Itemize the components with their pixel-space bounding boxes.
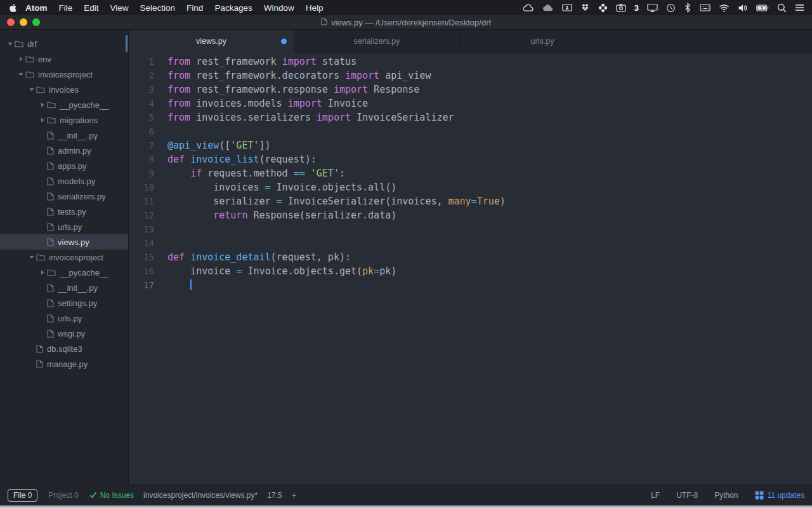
code-line[interactable]: from rest_framework.decorators import ap… [167, 69, 506, 83]
code-line[interactable]: @api_view(['GET']) [167, 138, 506, 152]
line-number[interactable]: 11 [129, 194, 154, 208]
code-area[interactable]: from rest_framework import statusfrom re… [167, 55, 506, 484]
volume-icon[interactable] [738, 4, 748, 12]
cloud-filled-icon[interactable] [542, 4, 554, 12]
tree-item-views.py[interactable]: views.py [0, 234, 128, 250]
line-ending-selector[interactable]: LF [651, 491, 660, 500]
tree-item-models.py[interactable]: models.py [0, 173, 128, 189]
line-number[interactable]: 13 [129, 222, 154, 236]
code-line[interactable]: from invoices.models import Invoice [167, 97, 506, 110]
tree-item-__init__.py[interactable]: __init__.py [0, 128, 128, 143]
window-title-bar[interactable]: views.py — /Users/derekjensen/Desktop/dr… [0, 15, 812, 30]
encoding-selector[interactable]: UTF-8 [676, 491, 698, 500]
code-line[interactable] [167, 278, 506, 292]
tab-serializers.py[interactable]: serializers.py [294, 30, 460, 53]
tree-item-invoicesproject[interactable]: invoicesproject [0, 250, 128, 265]
screen-sharing-icon[interactable] [562, 3, 572, 12]
code-line[interactable]: def invoice_list(request): [167, 152, 506, 166]
line-number-gutter[interactable]: 1234567891011121314151617 [129, 55, 167, 484]
cloud-outline-icon[interactable] [523, 4, 534, 12]
linter-status[interactable]: No Issues [89, 491, 134, 500]
menu-view[interactable]: View [105, 3, 134, 13]
pinwheel-icon[interactable] [598, 3, 608, 13]
line-number[interactable]: 4 [129, 97, 154, 110]
menu-selection[interactable]: Selection [134, 3, 181, 13]
code-line[interactable]: from invoices.serializers import Invoice… [167, 110, 506, 124]
text-editor[interactable]: 1234567891011121314151617 from rest_fram… [129, 53, 812, 484]
line-number[interactable]: 16 [129, 264, 154, 278]
line-number[interactable]: 17 [129, 278, 154, 292]
line-number[interactable]: 6 [129, 124, 154, 138]
line-number[interactable]: 7 [129, 138, 154, 152]
line-number[interactable]: 1 [129, 55, 154, 69]
tree-item-wsgi.py[interactable]: wsgi.py [0, 326, 128, 341]
code-line[interactable]: from rest_framework.response import Resp… [167, 83, 506, 97]
bluetooth-icon[interactable] [684, 3, 691, 13]
tree-item-tests.py[interactable]: tests.py [0, 204, 128, 219]
menu-packages[interactable]: Packages [209, 3, 258, 13]
code-line[interactable] [167, 236, 506, 250]
keyboard-icon[interactable] [700, 4, 710, 11]
tree-item-admin.py[interactable]: admin.py [0, 143, 128, 158]
line-number[interactable]: 12 [129, 208, 154, 222]
tree-item-urls.py[interactable]: urls.py [0, 311, 128, 326]
code-line[interactable]: invoices = Invoice.objects.all() [167, 180, 506, 194]
code-line[interactable]: serializer = InvoiceSerializer(invoices,… [167, 194, 506, 208]
display-icon[interactable] [647, 3, 658, 12]
menu-edit[interactable]: Edit [78, 3, 104, 13]
menu-count-badge[interactable]: 3 [634, 3, 639, 13]
code-line[interactable]: if request.method == 'GET': [167, 166, 506, 180]
spotlight-icon[interactable] [777, 3, 787, 13]
tree-item-__pycache__[interactable]: __pycache__ [0, 97, 128, 112]
camera-icon[interactable] [616, 4, 626, 12]
code-line[interactable]: def invoice_detail(request, pk): [167, 250, 506, 264]
code-line[interactable] [167, 222, 506, 236]
menu-atom[interactable]: Atom [20, 3, 53, 13]
cursor-position[interactable]: 17:5 [267, 491, 282, 500]
tree-item-apps.py[interactable]: apps.py [0, 158, 128, 173]
code-line[interactable]: from rest_framework import status [167, 55, 506, 69]
line-number[interactable]: 3 [129, 83, 154, 97]
code-line[interactable] [167, 124, 506, 138]
tree-item-invoicesproject[interactable]: invoicesproject [0, 67, 128, 82]
close-window-button[interactable] [7, 18, 15, 26]
line-number[interactable]: 2 [129, 69, 154, 83]
tree-item-settings.py[interactable]: settings.py [0, 295, 128, 311]
tree-item-urls.py[interactable]: urls.py [0, 219, 128, 234]
tree-item-db.sqlite3[interactable]: db.sqlite3 [0, 341, 128, 356]
tab-urls.py[interactable]: urls.py [460, 30, 625, 53]
line-number[interactable]: 5 [129, 110, 154, 124]
notification-center-icon[interactable] [795, 4, 804, 11]
line-number[interactable]: 10 [129, 180, 154, 194]
tree-item-env[interactable]: env [0, 51, 128, 67]
apple-menu-icon[interactable] [9, 3, 17, 13]
project-issues-count[interactable]: Project 0 [47, 490, 79, 501]
code-line[interactable]: return Response(serializer.data) [167, 208, 506, 222]
tab-views.py[interactable]: views.py [129, 30, 294, 53]
line-number[interactable]: 15 [129, 250, 154, 264]
plus-button[interactable]: + [292, 490, 297, 500]
tree-item-drf[interactable]: drf [0, 36, 128, 51]
time-machine-icon[interactable] [666, 3, 676, 13]
code-line[interactable]: invoice = Invoice.objects.get(pk=pk) [167, 264, 506, 278]
tree-item-migrations[interactable]: migrations [0, 112, 128, 128]
zoom-window-button[interactable] [32, 18, 40, 26]
tree-item-manage.py[interactable]: manage.py [0, 356, 128, 371]
menu-file[interactable]: File [53, 3, 79, 13]
file-issues-count[interactable]: File 0 [8, 489, 37, 502]
tree-item-__pycache__[interactable]: __pycache__ [0, 265, 128, 280]
tree-item-serializers.py[interactable]: serializers.py [0, 189, 128, 204]
minimize-window-button[interactable] [20, 18, 27, 26]
dropbox-icon[interactable] [580, 3, 590, 12]
tree-item-invoices[interactable]: invoices [0, 82, 128, 97]
line-number[interactable]: 14 [129, 236, 154, 250]
menu-window[interactable]: Window [258, 3, 300, 13]
tree-scrollbar-thumb[interactable] [126, 35, 128, 52]
grammar-selector[interactable]: Python [714, 491, 738, 500]
package-updates[interactable]: 11 updates [755, 491, 805, 500]
tree-item-__init__.py[interactable]: __init__.py [0, 280, 128, 295]
line-number[interactable]: 9 [129, 166, 154, 180]
menu-find[interactable]: Find [181, 3, 209, 13]
wifi-icon[interactable] [719, 4, 730, 12]
menu-help[interactable]: Help [300, 3, 329, 13]
